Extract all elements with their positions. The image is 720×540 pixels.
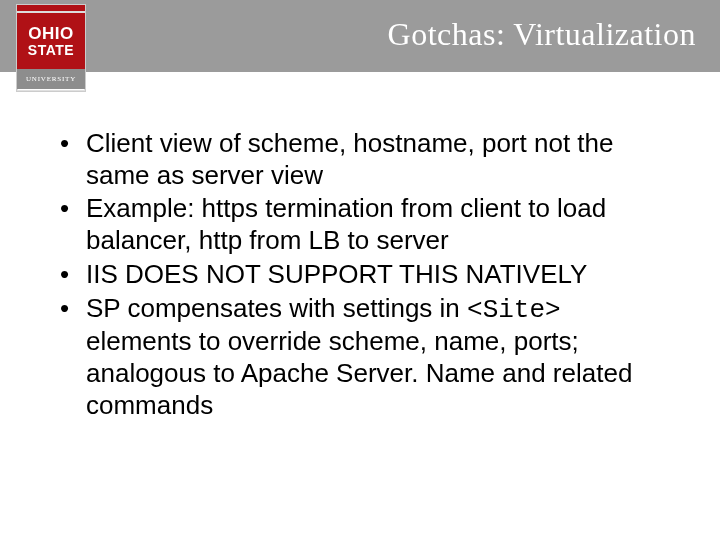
logo-text-state: STATE: [28, 43, 74, 57]
code-text: <Site>: [467, 295, 561, 325]
bullet-item: Client view of scheme, hostname, port no…: [56, 128, 672, 191]
bullet-text: elements to override scheme, name, ports…: [86, 326, 632, 419]
logo-text-ohio: OHIO: [28, 25, 73, 42]
slide-body: Client view of scheme, hostname, port no…: [0, 72, 720, 421]
slide-title: Gotchas: Virtualization: [388, 16, 696, 53]
bullet-item: IIS DOES NOT SUPPORT THIS NATIVELY: [56, 259, 672, 291]
bullet-text: Example: https termination from client t…: [86, 193, 606, 255]
logo-text-university: UNIVERSITY: [17, 69, 85, 89]
bullet-item: Example: https termination from client t…: [56, 193, 672, 256]
ohio-state-logo: OHIO STATE UNIVERSITY: [16, 4, 86, 92]
bullet-item: SP compensates with settings in <Site> e…: [56, 293, 672, 422]
bullet-text: Client view of scheme, hostname, port no…: [86, 128, 614, 190]
bullet-text: SP compensates with settings in: [86, 293, 467, 323]
bullet-list: Client view of scheme, hostname, port no…: [56, 128, 672, 421]
slide-header: OHIO STATE UNIVERSITY Gotchas: Virtualiz…: [0, 0, 720, 72]
bullet-text: IIS DOES NOT SUPPORT THIS NATIVELY: [86, 259, 587, 289]
